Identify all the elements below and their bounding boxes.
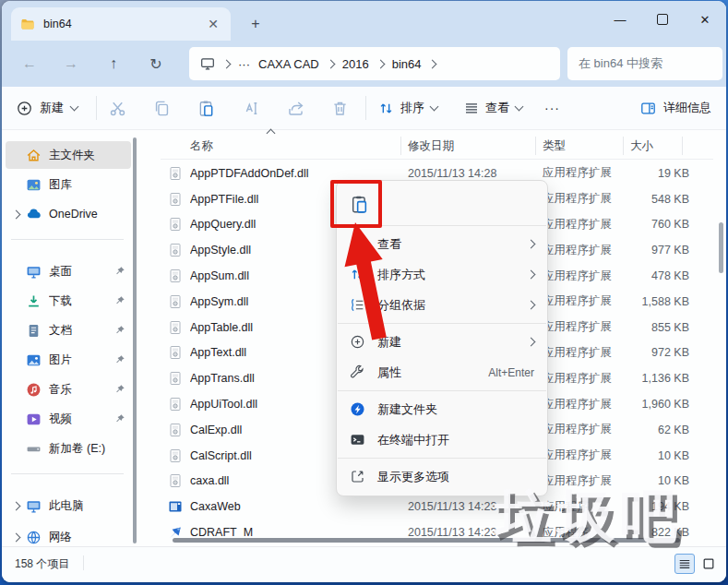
- vertical-scrollbar[interactable]: [719, 222, 723, 273]
- share-button[interactable]: [281, 95, 309, 121]
- search-box[interactable]: 在 bin64 中搜索: [567, 47, 722, 80]
- sort-arrows-icon: [350, 267, 365, 282]
- menu-item-new-folder[interactable]: 新建文件夹: [337, 394, 547, 424]
- sidebar-item-onedrive[interactable]: OneDrive: [6, 200, 131, 228]
- table-row[interactable]: CaxaWeb 2015/11/13 14:23 应用程序 194 KB: [168, 494, 708, 519]
- sidebar-item-videos[interactable]: 视频: [6, 405, 131, 433]
- minimize-button[interactable]: —: [599, 1, 641, 38]
- pin-icon: [114, 413, 125, 424]
- pin-icon: [114, 325, 125, 336]
- sidebar-item-downloads[interactable]: 下载: [6, 287, 131, 315]
- breadcrumb-chevron-icon: [428, 59, 437, 68]
- file-type-icon: [168, 320, 183, 335]
- menu-item-properties[interactable]: 属性 Alt+Enter: [337, 357, 547, 388]
- chevron-right-icon[interactable]: [11, 209, 20, 219]
- view-button[interactable]: 查看: [464, 95, 522, 121]
- sidebar-item-documents[interactable]: 文档: [6, 316, 131, 344]
- cut-button[interactable]: [103, 95, 131, 121]
- menu-item-view[interactable]: 查看: [337, 229, 547, 259]
- menu-item-group-by[interactable]: 分组依据: [337, 290, 547, 320]
- details-view-button[interactable]: [674, 554, 695, 574]
- back-button[interactable]: ←: [16, 51, 43, 77]
- chevron-right-icon[interactable]: [11, 501, 20, 510]
- sidebar-item-drive-e[interactable]: 新加卷 (E:): [6, 435, 131, 462]
- column-header-date[interactable]: 修改日期: [408, 138, 543, 154]
- chevron-right-icon[interactable]: [11, 532, 20, 542]
- file-type-icon: [168, 499, 183, 514]
- copy-button[interactable]: [148, 95, 175, 121]
- menu-item-open-terminal[interactable]: 在终端中打开: [337, 424, 547, 455]
- menu-shortcut: Alt+Enter: [488, 366, 534, 379]
- new-button[interactable]: 新建: [17, 95, 78, 121]
- sidebar-item-this-pc[interactable]: 此电脑: [6, 492, 131, 519]
- new-tab-button[interactable]: +: [244, 12, 268, 36]
- chevron-down-icon: [515, 102, 524, 112]
- menu-item-new[interactable]: 新建: [337, 327, 547, 357]
- details-pane-button[interactable]: 详细信息: [640, 95, 711, 121]
- breadcrumb-chevron-icon: [222, 59, 232, 68]
- pin-icon: [114, 295, 125, 306]
- address-bar[interactable]: ··· CAXA CAD 2016 bin64: [189, 47, 560, 80]
- menu-item-label: 查看: [377, 236, 516, 253]
- refresh-button[interactable]: ↻: [142, 51, 170, 77]
- paste-button[interactable]: [192, 95, 220, 121]
- menu-item-show-more-options[interactable]: 显示更多选项: [337, 461, 547, 492]
- file-size: 1,136 KB: [630, 372, 689, 385]
- sidebar-scrollbar[interactable]: [133, 137, 137, 543]
- close-button[interactable]: ✕: [684, 1, 726, 38]
- file-type: 应用程序扩展: [543, 217, 630, 233]
- column-divider[interactable]: [623, 137, 624, 155]
- sidebar-item-pictures[interactable]: 图片: [6, 346, 131, 374]
- search-placeholder: 在 bin64 中搜索: [579, 55, 662, 72]
- breadcrumb-ellipsis[interactable]: ···: [238, 57, 250, 71]
- new-folder-app-icon: [350, 401, 365, 417]
- file-size: 972 KB: [630, 346, 689, 359]
- column-divider[interactable]: [682, 137, 683, 155]
- file-size: 855 KB: [630, 321, 689, 334]
- details-pane-label: 详细信息: [663, 100, 711, 116]
- sidebar-item-music[interactable]: 音乐: [6, 376, 131, 403]
- breadcrumb-item-bin64[interactable]: bin64: [392, 57, 422, 71]
- trash-icon: [331, 100, 349, 117]
- forward-button[interactable]: →: [57, 51, 85, 77]
- column-header-name[interactable]: 名称: [190, 138, 408, 154]
- file-type-icon: [168, 166, 183, 181]
- sidebar-item-home[interactable]: 主文件夹: [6, 141, 131, 169]
- menu-divider: [338, 390, 546, 391]
- breadcrumb-item-2016[interactable]: 2016: [342, 57, 369, 71]
- file-size: 478 KB: [630, 269, 689, 282]
- breadcrumb-item-caxa-cad[interactable]: CAXA CAD: [258, 57, 319, 71]
- rename-button[interactable]: [236, 95, 264, 121]
- file-name: CDRAFT_M: [190, 526, 408, 539]
- file-type: 应用程序扩展: [543, 191, 630, 207]
- sidebar-item-gallery[interactable]: 图库: [6, 171, 131, 198]
- paste-icon: [197, 100, 215, 117]
- submenu-chevron-icon: [527, 270, 536, 280]
- column-header-size[interactable]: 大小: [630, 138, 689, 154]
- tab-bin64[interactable]: bin64 ✕: [11, 7, 231, 41]
- sidebar-item-label: 主文件夹: [49, 148, 127, 163]
- pin-icon: [114, 384, 125, 395]
- column-divider[interactable]: [400, 137, 401, 155]
- sort-button[interactable]: 排序: [378, 95, 437, 121]
- file-type: 应用程序: [543, 499, 630, 515]
- horizontal-scrollbar[interactable]: [173, 538, 680, 543]
- file-type: 应用程序扩展: [543, 473, 630, 489]
- this-pc-icon: [26, 498, 42, 514]
- file-size: 1,588 KB: [630, 295, 689, 308]
- column-header-type[interactable]: 类型: [543, 138, 630, 154]
- file-date: 2015/11/13 14:28: [408, 167, 543, 180]
- sidebar-item-desktop[interactable]: 桌面: [6, 257, 131, 285]
- maximize-button[interactable]: [641, 1, 684, 38]
- up-button[interactable]: ↑: [100, 51, 127, 77]
- delete-button[interactable]: [326, 95, 353, 121]
- file-size: 1,960 KB: [630, 398, 689, 411]
- column-divider[interactable]: [535, 137, 536, 155]
- sidebar-item-label: 音乐: [49, 382, 114, 398]
- file-type-icon: [168, 448, 183, 463]
- menu-item-sort-by[interactable]: 排序方式: [337, 259, 547, 290]
- tab-close-icon[interactable]: ✕: [205, 17, 221, 31]
- more-commands-button[interactable]: ···: [544, 95, 560, 121]
- menu-item-label: 新建文件夹: [377, 401, 534, 418]
- icons-view-button[interactable]: [698, 554, 719, 574]
